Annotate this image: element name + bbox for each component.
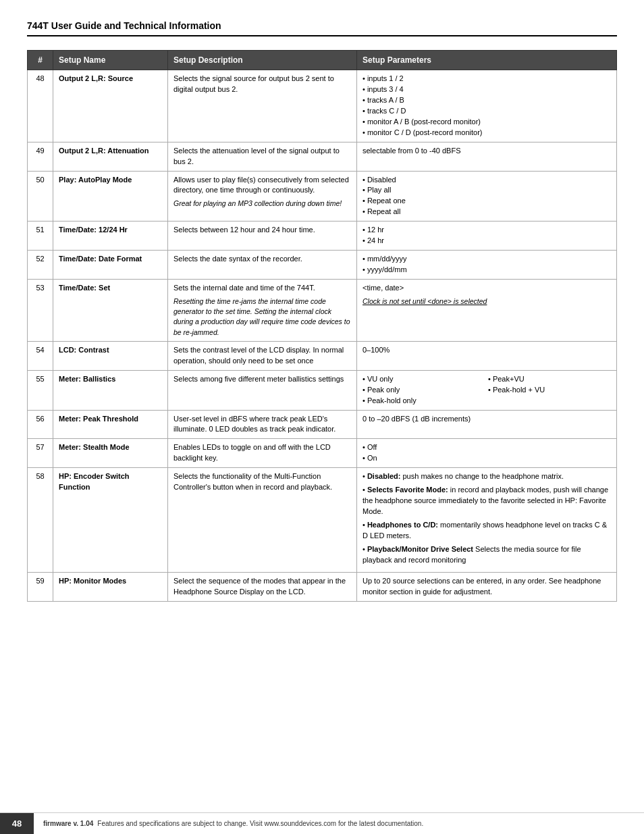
param-bullet-list: mm/dd/yyyyyyyy/dd/mm bbox=[363, 254, 611, 276]
row-description: Sets the internal date and time of the 7… bbox=[168, 280, 357, 342]
footer-text: firmware v. 1.04 Features and specificat… bbox=[34, 813, 433, 834]
param-bullet-list: inputs 1 / 2inputs 3 / 4tracks A / Btrac… bbox=[363, 74, 611, 138]
param-bullet-item: monitor A / B (post-record monitor) bbox=[363, 117, 611, 128]
row-description: Allows user to play file(s) consecutivel… bbox=[168, 171, 357, 221]
param-bullet-item: tracks A / B bbox=[363, 95, 611, 106]
row-number: 55 bbox=[28, 370, 53, 410]
row-number: 54 bbox=[28, 341, 53, 370]
row-parameters: 0 to –20 dBFS (1 dB increments) bbox=[357, 410, 617, 439]
row-number: 59 bbox=[28, 572, 53, 601]
row-setup-name: Time/Date: Set bbox=[53, 280, 168, 342]
row-description: Selects the signal source for output bus… bbox=[168, 70, 357, 142]
row-number: 49 bbox=[28, 142, 53, 171]
col-header-setup-name: Setup Name bbox=[53, 51, 168, 70]
row-number: 51 bbox=[28, 221, 53, 251]
row-description: User-set level in dBFS where track peak … bbox=[168, 410, 357, 439]
row-parameters: mm/dd/yyyyyyyy/dd/mm bbox=[357, 251, 617, 280]
param-text: 0 to –20 dBFS (1 dB increments) bbox=[363, 415, 471, 423]
param-underline-note: Clock is not set until <done> is selecte… bbox=[363, 296, 611, 307]
row-setup-name: HP: Encoder Switch Function bbox=[53, 468, 168, 573]
row-description: Selects the date syntax of the recorder. bbox=[168, 251, 357, 280]
row-number: 48 bbox=[28, 70, 53, 142]
col-header-setup-description: Setup Description bbox=[168, 51, 357, 70]
param-hp-item: • Headphones to C/D: momentarily shows h… bbox=[363, 520, 611, 542]
row-description: Select the sequence of the modes that ap… bbox=[168, 572, 357, 601]
row-setup-name: HP: Monitor Modes bbox=[53, 572, 168, 601]
row-parameters: 0–100% bbox=[357, 341, 617, 370]
row-parameters: OffOn bbox=[357, 439, 617, 468]
row-parameters: DisabledPlay allRepeat oneRepeat all bbox=[357, 171, 617, 221]
param-hp-item: • Playback/Monitor Drive Select Selects … bbox=[363, 544, 611, 566]
param-text: 0–100% bbox=[363, 346, 390, 354]
col-header-setup-parameters: Setup Parameters bbox=[357, 51, 617, 70]
col-header-number: # bbox=[28, 51, 53, 70]
param-hp-item: • Disabled: push makes no change to the … bbox=[363, 471, 611, 482]
row-setup-name: Output 2 L,R: Source bbox=[53, 70, 168, 142]
row-number: 53 bbox=[28, 280, 53, 342]
row-description: Selects the functionality of the Multi-F… bbox=[168, 468, 357, 573]
param-bullet-item: monitor C / D (post-record monitor) bbox=[363, 128, 611, 138]
row-setup-name: Time/Date: 12/24 Hr bbox=[53, 221, 168, 251]
row-description: Selects the attenuation level of the sig… bbox=[168, 142, 357, 171]
table-row: 58HP: Encoder Switch FunctionSelects the… bbox=[28, 468, 617, 573]
page-wrapper: 744T User Guide and Technical Informatio… bbox=[0, 0, 644, 642]
footer-page-number: 48 bbox=[0, 813, 34, 834]
row-number: 57 bbox=[28, 439, 53, 468]
table-row: 53Time/Date: SetSets the internal date a… bbox=[28, 280, 617, 342]
param-bullet-left: • VU only bbox=[363, 374, 485, 385]
param-bullet-list: 12 hr24 hr bbox=[363, 225, 611, 246]
param-bullet-right: • Peak-hold + VU bbox=[488, 385, 611, 396]
row-parameters: inputs 1 / 2inputs 3 / 4tracks A / Btrac… bbox=[357, 70, 617, 142]
footer-disclaimer: Features and specifications are subject … bbox=[97, 820, 423, 827]
row-setup-name: Output 2 L,R: Attenuation bbox=[53, 142, 168, 171]
row-description: Sets the contrast level of the LCD displ… bbox=[168, 341, 357, 370]
param-bullet-list: DisabledPlay allRepeat oneRepeat all bbox=[363, 175, 611, 218]
setup-table: # Setup Name Setup Description Setup Par… bbox=[27, 50, 617, 602]
row-setup-name: Meter: Stealth Mode bbox=[53, 439, 168, 468]
page-footer: 48 firmware v. 1.04 Features and specifi… bbox=[0, 812, 644, 834]
table-row: 51Time/Date: 12/24 HrSelects between 12 … bbox=[28, 221, 617, 251]
page-title: 744T User Guide and Technical Informatio… bbox=[27, 20, 221, 31]
param-bullet-left: • Peak-hold only bbox=[363, 396, 485, 407]
param-bullet-item: Disabled bbox=[363, 175, 611, 186]
param-bullet-right bbox=[488, 396, 611, 407]
param-bullet-item: yyyy/dd/mm bbox=[363, 265, 611, 276]
row-setup-name: LCD: Contrast bbox=[53, 341, 168, 370]
param-bullet-right: • Peak+VU bbox=[488, 374, 611, 385]
page-header: 744T User Guide and Technical Informatio… bbox=[27, 20, 617, 36]
param-bullet-item: mm/dd/yyyy bbox=[363, 254, 611, 265]
row-parameters: 12 hr24 hr bbox=[357, 221, 617, 251]
param-bullet-item: 12 hr bbox=[363, 225, 611, 236]
table-row: 54LCD: ContrastSets the contrast level o… bbox=[28, 341, 617, 370]
param-bullet-item: On bbox=[363, 453, 611, 464]
row-description: Selects between 12 hour and 24 hour time… bbox=[168, 221, 357, 251]
param-bullet-left: • Peak only bbox=[363, 385, 485, 396]
param-text: <time, date> bbox=[363, 284, 404, 292]
row-setup-name: Time/Date: Date Format bbox=[53, 251, 168, 280]
table-row: 55Meter: BallisticsSelects among five di… bbox=[28, 370, 617, 410]
row-number: 52 bbox=[28, 251, 53, 280]
param-text: selectable from 0 to -40 dBFS bbox=[363, 147, 461, 155]
description-note: Resetting the time re-jams the internal … bbox=[173, 296, 351, 338]
param-bullet-item: 24 hr bbox=[363, 236, 611, 246]
row-parameters: • VU only• Peak+VU• Peak only• Peak-hold… bbox=[357, 370, 617, 410]
param-bullet-item: inputs 1 / 2 bbox=[363, 74, 611, 84]
row-parameters: <time, date>Clock is not set until <done… bbox=[357, 280, 617, 342]
row-parameters: • Disabled: push makes no change to the … bbox=[357, 468, 617, 573]
table-row: 59HP: Monitor ModesSelect the sequence o… bbox=[28, 572, 617, 601]
param-bullet-item: Repeat all bbox=[363, 207, 611, 217]
row-setup-name: Meter: Peak Threshold bbox=[53, 410, 168, 439]
param-hp-item: • Selects Favorite Mode: in record and p… bbox=[363, 485, 611, 517]
description-note: Great for playing an MP3 collection duri… bbox=[173, 199, 351, 209]
row-setup-name: Play: AutoPlay Mode bbox=[53, 171, 168, 221]
param-bullet-item: Repeat one bbox=[363, 196, 611, 207]
param-bullet-item: tracks C / D bbox=[363, 106, 611, 117]
table-row: 56Meter: Peak ThresholdUser-set level in… bbox=[28, 410, 617, 439]
param-bullet-item: Play all bbox=[363, 185, 611, 196]
row-description: Selects among five different meter balli… bbox=[168, 370, 357, 410]
row-parameters: Up to 20 source selections can be entere… bbox=[357, 572, 617, 601]
table-row: 48Output 2 L,R: SourceSelects the signal… bbox=[28, 70, 617, 142]
table-row: 52Time/Date: Date FormatSelects the date… bbox=[28, 251, 617, 280]
table-row: 49Output 2 L,R: AttenuationSelects the a… bbox=[28, 142, 617, 171]
row-number: 50 bbox=[28, 171, 53, 221]
